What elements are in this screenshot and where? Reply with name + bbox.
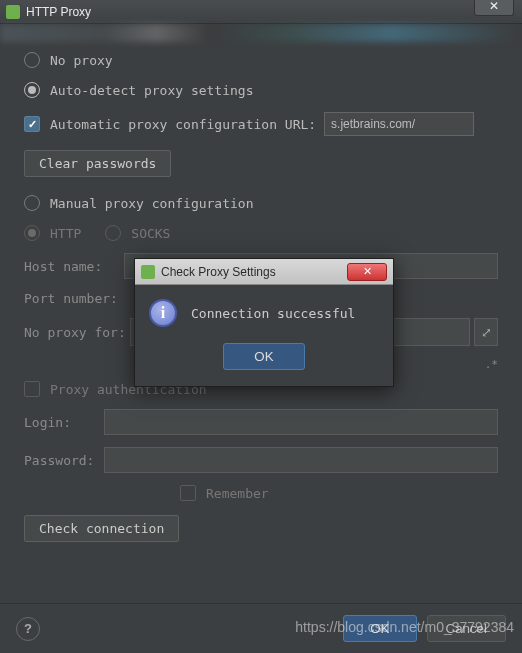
remember-checkbox[interactable] xyxy=(180,485,196,501)
remember-row: Remember xyxy=(180,485,498,501)
dialog-message: Connection successful xyxy=(191,306,355,321)
help-icon: ? xyxy=(24,621,32,636)
dialog-title: Check Proxy Settings xyxy=(161,265,347,279)
password-label: Password: xyxy=(24,453,104,468)
radio-icon xyxy=(24,195,40,211)
radio-icon xyxy=(24,225,40,241)
socks-label: SOCKS xyxy=(131,226,170,241)
dialog-footer-inner: OK xyxy=(135,343,393,386)
auto-detect-label: Auto-detect proxy settings xyxy=(50,83,254,98)
login-row: Login: xyxy=(24,409,498,435)
dialog-titlebar: Check Proxy Settings ✕ xyxy=(135,259,393,285)
info-icon: i xyxy=(149,299,177,327)
pac-url-row: ✓ Automatic proxy configuration URL: xyxy=(24,112,498,136)
radio-dot-icon xyxy=(28,229,36,237)
radio-icon xyxy=(24,82,40,98)
password-input[interactable] xyxy=(104,447,498,473)
no-proxy-label: No proxy xyxy=(50,53,113,68)
manual-proxy-label: Manual proxy configuration xyxy=(50,196,254,211)
window-close-button[interactable]: ✕ xyxy=(474,0,514,16)
expand-icon: ⤢ xyxy=(481,325,492,340)
password-row: Password: xyxy=(24,447,498,473)
http-label: HTTP xyxy=(50,226,81,241)
dialog-body: i Connection successful xyxy=(135,285,393,343)
no-proxy-radio[interactable]: No proxy xyxy=(24,52,498,68)
ok-button[interactable]: OK xyxy=(343,615,416,642)
pac-url-checkbox[interactable]: ✓ xyxy=(24,116,40,132)
app-logo-icon xyxy=(141,265,155,279)
app-logo-icon xyxy=(6,5,20,19)
remember-label: Remember xyxy=(206,486,269,501)
auto-detect-radio[interactable]: Auto-detect proxy settings xyxy=(24,82,498,98)
check-icon: ✓ xyxy=(28,118,37,131)
radio-icon xyxy=(105,225,121,241)
expand-button[interactable]: ⤢ xyxy=(474,318,498,346)
check-proxy-dialog: Check Proxy Settings ✕ i Connection succ… xyxy=(134,258,394,387)
check-connection-button[interactable]: Check connection xyxy=(24,515,179,542)
host-label: Host name: xyxy=(24,259,124,274)
radio-dot-icon xyxy=(28,86,36,94)
radio-icon xyxy=(24,52,40,68)
titlebar: HTTP Proxy ✕ xyxy=(0,0,522,24)
dialog-close-button[interactable]: ✕ xyxy=(347,263,387,281)
port-label: Port number: xyxy=(24,291,124,306)
dialog-footer: ? OK Cancel xyxy=(0,603,522,653)
http-radio[interactable]: HTTP xyxy=(24,225,81,241)
proxy-auth-checkbox[interactable] xyxy=(24,381,40,397)
cancel-button[interactable]: Cancel xyxy=(427,615,507,642)
pac-url-input[interactable] xyxy=(324,112,474,136)
dialog-ok-button[interactable]: OK xyxy=(223,343,304,370)
header-divider xyxy=(0,24,522,42)
pac-url-label: Automatic proxy configuration URL: xyxy=(50,117,316,132)
help-button[interactable]: ? xyxy=(16,617,40,641)
clear-passwords-button[interactable]: Clear passwords xyxy=(24,150,171,177)
window-title: HTTP Proxy xyxy=(26,5,91,19)
manual-proxy-radio[interactable]: Manual proxy configuration xyxy=(24,195,498,211)
no-proxy-for-label: No proxy for: xyxy=(24,325,130,340)
socks-radio[interactable]: SOCKS xyxy=(105,225,170,241)
login-label: Login: xyxy=(24,415,104,430)
login-input[interactable] xyxy=(104,409,498,435)
